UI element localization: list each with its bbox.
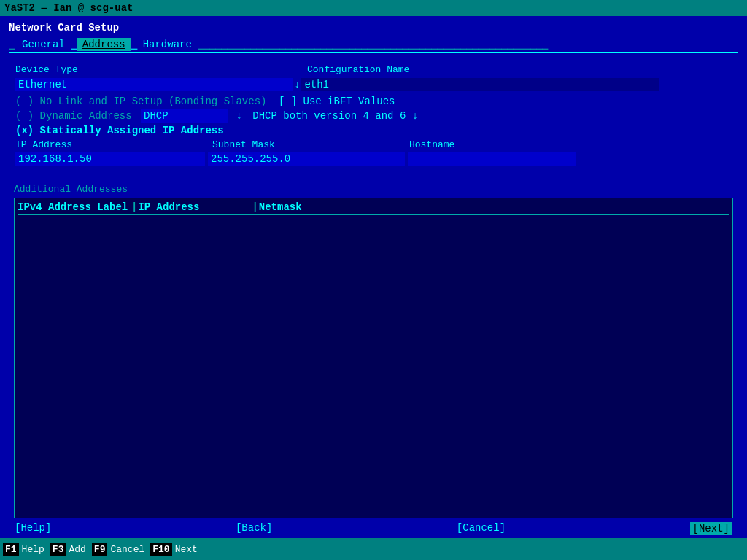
subnet-mask-input[interactable] bbox=[208, 152, 405, 166]
no-link-radio-row: ( ) No Link and IP Setup (Bonding Slaves… bbox=[15, 96, 732, 107]
fkey-f3[interactable]: F3 Add bbox=[50, 543, 89, 556]
ip-address-input[interactable] bbox=[15, 152, 205, 166]
tab-hardware[interactable]: Hardware bbox=[137, 38, 198, 51]
tab-bar: ⎯ General ⎯ Address ⎯ Hardware ⎯⎯⎯⎯⎯⎯⎯⎯⎯… bbox=[9, 38, 738, 53]
col-header-label: IPv4 Address Label bbox=[18, 201, 131, 213]
back-button[interactable]: [Back] bbox=[236, 522, 272, 535]
titlebar: YaST2 — Ian @ scg-uat bbox=[0, 0, 747, 16]
col-header-netmask: Netmask bbox=[259, 201, 372, 213]
cancel-button[interactable]: [Cancel] bbox=[457, 522, 506, 535]
page-title: Network Card Setup bbox=[9, 22, 738, 34]
hostname-label: Hostname bbox=[409, 139, 454, 150]
device-type-input[interactable] bbox=[15, 78, 293, 91]
fkey-f9-num: F9 bbox=[92, 543, 108, 556]
fkey-f1[interactable]: F1 Help bbox=[3, 543, 47, 556]
dhcp-down-arrow2: ↓ bbox=[412, 110, 418, 122]
dynamic-radio[interactable]: ( ) Dynamic Address bbox=[15, 110, 132, 122]
titlebar-text: YaST2 — Ian @ scg-uat bbox=[4, 2, 133, 14]
nav-bar: [Help] [Back] [Cancel] [Next] bbox=[0, 519, 747, 538]
device-input-row: ↓ bbox=[15, 78, 732, 91]
additional-addresses-section: Additional Addresses IPv4 Address Label … bbox=[9, 179, 738, 544]
tab-address[interactable]: Address bbox=[77, 38, 131, 51]
form-area: Device Type Configuration Name ↓ ( ) No … bbox=[9, 58, 738, 174]
fkey-f10-num: F10 bbox=[150, 543, 171, 556]
address-table: IPv4 Address Label | IP Address | Netmas… bbox=[14, 198, 733, 518]
dhcp-desc: DHCP both version 4 and 6 bbox=[252, 110, 411, 122]
fkey-f9-label: Cancel bbox=[107, 543, 147, 556]
dhcp-and: and bbox=[375, 110, 393, 122]
tab-sep2: ⎯ bbox=[131, 39, 137, 50]
fkey-bar: F1 Help F3 Add F9 Cancel F10 Next bbox=[0, 538, 747, 560]
hostname-input[interactable] bbox=[408, 152, 576, 166]
field-inputs-row bbox=[15, 152, 732, 166]
fkey-f1-label: Help bbox=[19, 543, 47, 556]
dhcp-both: both bbox=[283, 110, 308, 122]
fkey-f9[interactable]: F9 Cancel bbox=[92, 543, 147, 556]
config-name-input[interactable] bbox=[301, 78, 659, 91]
fkey-f3-num: F3 bbox=[50, 543, 66, 556]
col-sep2: | bbox=[252, 201, 258, 213]
fkey-f10[interactable]: F10 Next bbox=[150, 543, 201, 556]
ibft-checkbox[interactable]: [ ] Use iBFT Values bbox=[279, 96, 395, 107]
field-labels-row: IP Address Subnet Mask Hostname bbox=[15, 139, 732, 150]
col-header-ip: IP Address bbox=[138, 201, 251, 213]
fkey-f10-label: Next bbox=[172, 543, 201, 556]
dhcp-input-field bbox=[141, 110, 234, 122]
tab-sep1: ⎯ bbox=[71, 39, 77, 50]
device-type-label: Device Type bbox=[15, 64, 161, 75]
device-type-arrow: ↓ bbox=[294, 79, 300, 90]
tab-general[interactable]: General bbox=[16, 38, 71, 51]
next-button[interactable]: [Next] bbox=[690, 522, 732, 535]
subnet-label: Subnet Mask bbox=[212, 139, 409, 150]
table-header: IPv4 Address Label | IP Address | Netmas… bbox=[18, 201, 729, 215]
dhcp-arrow: ↓ bbox=[236, 110, 241, 122]
config-name-label: Configuration Name bbox=[307, 64, 409, 75]
help-button[interactable]: [Help] bbox=[15, 522, 51, 535]
dynamic-radio-row: ( ) Dynamic Address ↓ DHCP both version … bbox=[15, 109, 732, 122]
additional-addresses-title: Additional Addresses bbox=[14, 184, 733, 195]
ip-label: IP Address bbox=[15, 139, 212, 150]
fkey-f1-num: F1 bbox=[3, 543, 19, 556]
fkey-f3-label: Add bbox=[66, 543, 88, 556]
col-sep1: | bbox=[131, 201, 137, 213]
main-area: Network Card Setup ⎯ General ⎯ Address ⎯… bbox=[0, 16, 747, 550]
dhcp-value-input[interactable] bbox=[141, 109, 228, 122]
device-config-row: Device Type Configuration Name bbox=[15, 64, 732, 75]
static-radio[interactable]: (x) Statically Assigned IP Address bbox=[15, 125, 224, 136]
static-radio-row: (x) Statically Assigned IP Address bbox=[15, 125, 732, 136]
no-link-radio[interactable]: ( ) No Link and IP Setup (Bonding Slaves… bbox=[15, 96, 266, 107]
